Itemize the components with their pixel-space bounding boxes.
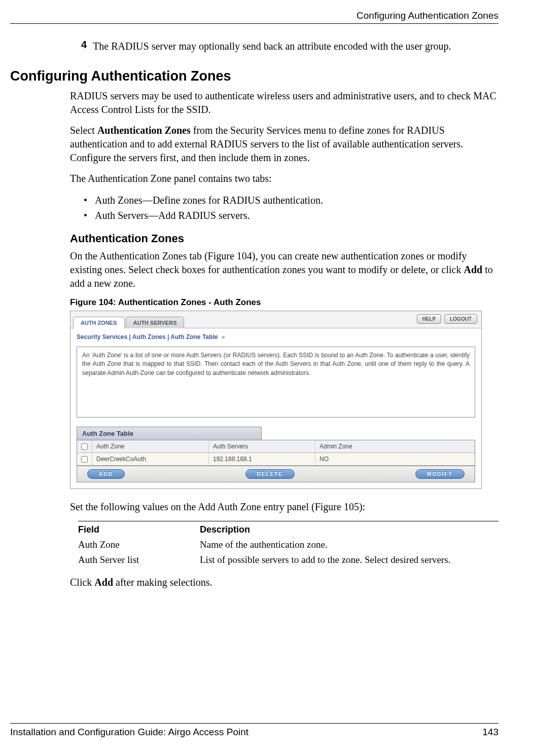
cell-admin: NO [315,453,475,465]
field-table-row: Auth Server list List of possible server… [78,552,499,568]
text-pre: Click [70,577,94,588]
paragraph-click-add: Click Add after making selections. [10,576,499,589]
page-footer: Installation and Configuration Guide: Ai… [10,723,499,738]
tab-auth-zones[interactable]: AUTH ZONES [73,317,125,328]
screenshot-auth-zones: AUTH ZONES AUTH SERVERS HELP LOGOUT Secu… [70,311,482,489]
cell-zone: DeerCreekCoAuth [92,453,209,465]
step-4: 4 The RADIUS server may optionally send … [10,39,499,53]
select-all-checkbox[interactable] [81,443,88,450]
header-description: Description [200,524,499,535]
table-row: DeerCreekCoAuth 192.168.168.1 NO [77,453,475,466]
table-title: Auth Zone Table [77,427,262,440]
tabs-bullet-list: Auth Zones—Define zones for RADIUS authe… [10,193,499,223]
auth-zone-table: Auth Zone Auth Servers Admin Zone DeerCr… [77,440,475,466]
page-header: Configuring Authentication Zones [10,10,499,24]
bold-add: Add [464,264,482,275]
paragraph-select-zones: Select Authentication Zones from the Sec… [10,124,499,165]
figure-caption: Figure 104: Authentication Zones - Auth … [10,297,499,308]
col-auth-servers: Auth Servers [209,440,315,452]
text-pre: On the Authentication Zones tab (Figure … [70,250,467,275]
col-auth-zone: Auth Zone [92,440,209,452]
table-header-row: Auth Zone Auth Servers Admin Zone [77,440,475,453]
help-button[interactable]: HELP [417,314,442,324]
row-checkbox[interactable] [81,456,88,463]
list-item: Auth Servers—Add RADIUS servers. [84,208,499,223]
step-number: 4 [81,39,87,53]
breadcrumb-text: Security Services | Auth Zones | Auth Zo… [77,333,218,341]
running-title: Configuring Authentication Zones [357,10,499,21]
list-item: Auth Zones—Define zones for RADIUS authe… [84,193,499,208]
text-post: after making selections. [113,577,212,588]
text-pre: Select [70,125,97,136]
col-admin-zone: Admin Zone [315,440,475,452]
field-desc: List of possible servers to add to the z… [200,554,499,565]
field-description-table: Field Description Auth Zone Name of the … [10,521,499,568]
header-field: Field [78,524,200,535]
step-text: The RADIUS server may optionally send ba… [93,39,451,53]
field-desc: Name of the authentication zone. [200,539,499,550]
bold-auth-zones: Authentication Zones [97,125,191,136]
paragraph-intro: RADIUS servers may be used to authentica… [10,89,499,117]
paragraph-set-values: Set the following values on the Add Auth… [10,500,499,514]
field-table-header: Field Description [78,521,499,537]
tab-auth-servers[interactable]: AUTH SERVERS [126,317,185,328]
cell-servers: 192.168.168.1 [209,453,315,465]
field-table-row: Auth Zone Name of the authentication zon… [78,537,499,552]
field-name: Auth Zone [78,539,200,550]
sub-heading-auth-zones: Authentication Zones [10,232,499,245]
breadcrumb: Security Services | Auth Zones | Auth Zo… [70,328,481,344]
bold-add: Add [94,577,113,588]
action-bar: ADD DELETE MODIFY [77,466,475,482]
add-button[interactable]: ADD [87,469,125,479]
checkbox-cell [77,453,92,465]
footer-title: Installation and Configuration Guide: Ai… [10,727,248,738]
modify-button[interactable]: MODIFY [415,469,465,479]
info-box: An 'Auth Zone' is a list of one or more … [77,347,475,418]
paragraph-auth-zones-tab: On the Authentication Zones tab (Figure … [10,249,499,290]
tab-bar: AUTH ZONES AUTH SERVERS HELP LOGOUT [70,311,481,328]
logout-button[interactable]: LOGOUT [444,314,477,324]
main-heading: Configuring Authentication Zones [10,68,499,84]
arrow-icon: » [222,333,225,341]
checkbox-header-cell [77,440,92,452]
delete-button[interactable]: DELETE [245,469,295,479]
field-name: Auth Server list [78,554,200,565]
paragraph-two-tabs: The Authentication Zone panel contains t… [10,172,499,185]
page-number: 143 [482,727,499,738]
